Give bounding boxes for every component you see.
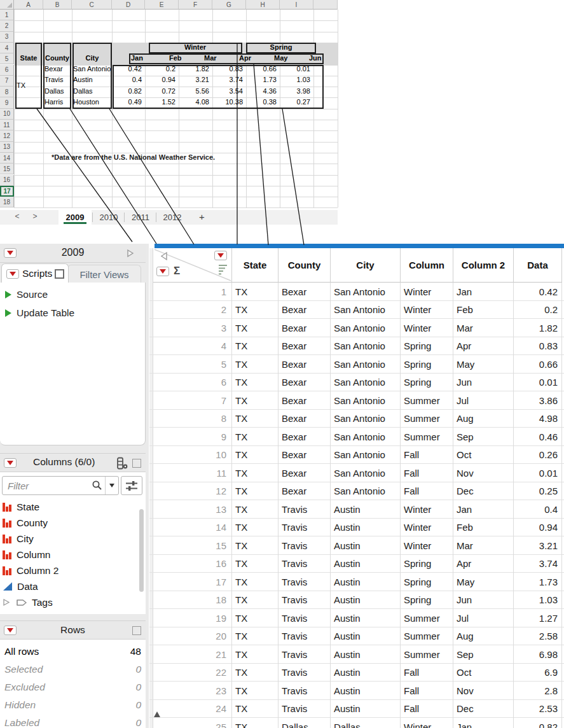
table-row[interactable]: 12TXBexarSan AntonioFallDec0.25	[149, 482, 564, 501]
table-row[interactable]: 20TXTravisAustinSummerAug2.58	[149, 627, 564, 646]
table-cell[interactable]: May	[453, 573, 514, 591]
table-cell[interactable]: Bexar	[279, 428, 331, 446]
excel-row-header[interactable]: 8	[0, 87, 14, 97]
table-cell[interactable]: San Antonio	[331, 391, 401, 410]
table-cell[interactable]: Jun	[453, 374, 514, 392]
table-cell[interactable]: Austin	[331, 519, 401, 537]
table-corner-cell[interactable]: Σ	[153, 248, 232, 283]
excel-row-header[interactable]: 17	[0, 186, 14, 197]
table-row[interactable]: 22TXTravisAustinFallOct6.9	[149, 664, 564, 682]
row-number-cell[interactable]: 25	[153, 718, 232, 728]
table-cell[interactable]: Austin	[331, 591, 401, 610]
table-cell[interactable]: Winter	[401, 519, 453, 537]
manage-columns-icon[interactable]	[115, 457, 129, 470]
table-cell[interactable]: Summer	[401, 428, 453, 446]
column-item-state[interactable]: State	[3, 499, 136, 515]
table-cell[interactable]: Bexar	[279, 374, 331, 392]
table-cell[interactable]: 1.27	[514, 609, 562, 627]
row-number-cell[interactable]: 12	[153, 482, 232, 501]
table-cell[interactable]: Winter	[401, 718, 453, 728]
row-number-cell[interactable]: 17	[153, 573, 232, 591]
table-cell[interactable]: Fall	[401, 482, 453, 501]
table-cell[interactable]: San Antonio	[331, 283, 401, 301]
excel-col-header[interactable]: E	[145, 0, 179, 10]
tab-scripts[interactable]: Scripts	[1, 263, 69, 283]
table-cell[interactable]: Bexar	[279, 464, 331, 482]
columns-red-triangle-button[interactable]	[4, 458, 17, 468]
table-cell[interactable]: 3.74	[514, 555, 562, 573]
table-cell[interactable]: 0.26	[514, 446, 562, 465]
table-cell[interactable]: Travis	[279, 519, 331, 537]
run-script-icon[interactable]	[5, 291, 11, 298]
tags-group-item[interactable]: Tags	[3, 594, 136, 610]
column-filter-input[interactable]: Filter	[2, 476, 119, 495]
table-row[interactable]: 8TXBexarSan AntonioSummerAug4.98	[149, 410, 564, 428]
table-cell[interactable]: Austin	[331, 555, 401, 573]
table-cell[interactable]: 6.98	[514, 645, 562, 664]
table-cell[interactable]: 0.66	[514, 355, 562, 374]
table-cell[interactable]: Jan	[453, 718, 514, 728]
table-cell[interactable]: Bexar	[279, 391, 331, 410]
table-cell[interactable]: Travis	[279, 682, 331, 700]
table-cell[interactable]: Sep	[453, 645, 514, 664]
table-cell[interactable]: Jul	[453, 609, 514, 627]
table-cell[interactable]: TX	[232, 718, 279, 728]
row-stat-hidden[interactable]: Hidden0	[0, 696, 146, 714]
table-cell[interactable]: Travis	[279, 536, 331, 555]
table-cell[interactable]: San Antonio	[331, 355, 401, 374]
table-cell[interactable]: TX	[232, 700, 279, 718]
table-cell[interactable]: TX	[232, 519, 279, 537]
table-cell[interactable]: Travis	[279, 609, 331, 627]
excel-select-all-corner[interactable]	[0, 0, 14, 10]
column-header-state[interactable]: State	[232, 248, 279, 283]
table-cell[interactable]: Winter	[401, 536, 453, 555]
columns-red-triangle-corner-button[interactable]	[214, 251, 227, 260]
sheet-tab-2012[interactable]: 2012	[158, 210, 187, 225]
table-cell[interactable]: 0.25	[514, 482, 562, 501]
table-cell[interactable]: 0.01	[514, 374, 562, 392]
row-number-cell[interactable]: 7	[153, 391, 232, 410]
excel-row-header[interactable]: 9	[0, 97, 14, 108]
table-cell[interactable]: Spring	[401, 374, 453, 392]
table-cell[interactable]: Summer	[401, 410, 453, 428]
expand-chevron-icon[interactable]	[3, 598, 10, 606]
table-cell[interactable]: Dallas	[331, 718, 401, 728]
filter-settings-button[interactable]	[121, 476, 142, 495]
table-row[interactable]: 10TXBexarSan AntonioFallOct0.26	[149, 446, 564, 465]
table-cell[interactable]: Austin	[331, 573, 401, 591]
table-cell[interactable]: 0.94	[514, 519, 562, 537]
table-cell[interactable]: Jul	[453, 391, 514, 410]
row-number-cell[interactable]: 3	[153, 319, 232, 337]
table-cell[interactable]: 3.21	[514, 536, 562, 555]
table-row[interactable]: 24TXTravisAustinFallDec2.53	[149, 700, 564, 718]
row-number-cell[interactable]: 23	[153, 682, 232, 700]
row-number-cell[interactable]: 18	[153, 591, 232, 610]
table-cell[interactable]: TX	[232, 682, 279, 700]
table-cell[interactable]: Apr	[453, 555, 514, 573]
table-cell[interactable]: Fall	[401, 664, 453, 682]
table-row[interactable]: 14TXTravisAustinWinterFeb0.94	[149, 519, 564, 537]
table-row[interactable]: 7TXBexarSan AntonioSummerJul3.86	[149, 391, 564, 410]
sheet-tab-2009[interactable]: 2009	[58, 210, 92, 225]
column-header-county[interactable]: County	[279, 248, 331, 283]
panel-collapse-icon[interactable]	[126, 249, 135, 258]
table-row[interactable]: 2TXBexarSan AntonioWinterFeb0.2	[149, 301, 564, 319]
table-cell[interactable]: Bexar	[279, 482, 331, 501]
sheet-tab-2010[interactable]: 2010	[94, 210, 123, 225]
table-cell[interactable]: Travis	[279, 627, 331, 646]
column-header-data[interactable]: Data	[514, 248, 562, 283]
table-cell[interactable]: Winter	[401, 301, 453, 319]
table-row[interactable]: 3TXBexarSan AntonioWinterMar1.82	[149, 319, 564, 337]
excel-row-header[interactable]: 7	[0, 76, 14, 87]
table-cell[interactable]: Bexar	[279, 319, 331, 337]
row-number-cell[interactable]: 15	[153, 536, 232, 555]
table-cell[interactable]: San Antonio	[331, 337, 401, 356]
table-cell[interactable]: 2.58	[514, 627, 562, 646]
search-options-chevron-icon[interactable]	[109, 484, 114, 487]
table-cell[interactable]: Jan	[453, 283, 514, 301]
row-order-icon[interactable]	[217, 263, 228, 275]
table-cell[interactable]: TX	[232, 283, 279, 301]
table-row[interactable]: 9TXBexarSan AntonioSummerSep0.46	[149, 428, 564, 446]
column-item-column-2[interactable]: Column 2	[3, 563, 136, 578]
table-cell[interactable]: Austin	[331, 664, 401, 682]
